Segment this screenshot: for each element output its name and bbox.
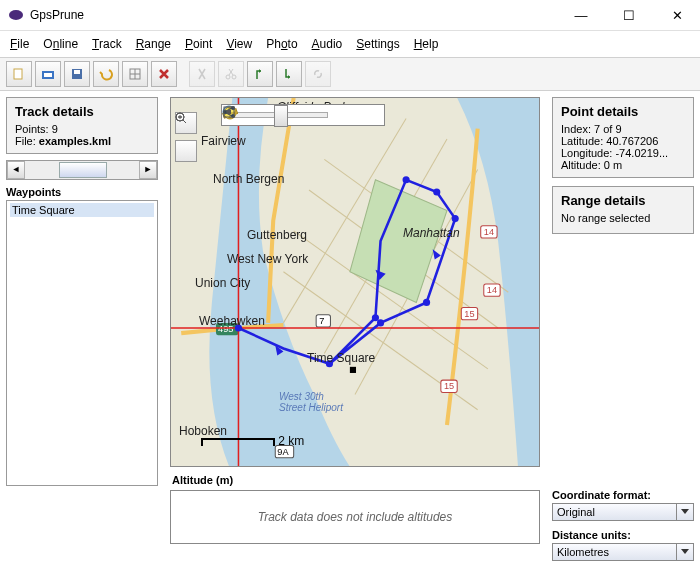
waypoints-title: Waypoints: [6, 186, 158, 198]
minimize-button[interactable]: —: [566, 8, 596, 23]
menu-point[interactable]: Point: [185, 37, 212, 51]
main-toolbar: [0, 57, 700, 91]
svg-text:7: 7: [319, 316, 324, 326]
points-value: 9: [52, 123, 58, 135]
altitude-title: Altitude (m): [172, 474, 540, 486]
titlebar: GpsPrune — ☐ ✕: [0, 0, 700, 31]
range-details-title: Range details: [561, 193, 685, 208]
range-message: No range selected: [561, 212, 685, 224]
zoom-out-button[interactable]: [175, 140, 197, 162]
track-details-panel: Track details Points: 9 File: examples.k…: [6, 97, 158, 154]
svg-rect-46: [350, 367, 356, 373]
label-fairview: Fairview: [201, 134, 246, 148]
index-value: 7 of 9: [594, 123, 622, 135]
svg-marker-64: [681, 509, 689, 514]
chevron-down-icon[interactable]: [676, 544, 693, 560]
map-toolbar: [221, 104, 385, 126]
app-icon: [8, 7, 24, 23]
svg-point-9: [226, 75, 230, 79]
label-manhattan: Manhattan: [403, 226, 460, 240]
right-sidebar: Point details Index: 7 of 9 Latitude: 40…: [546, 91, 700, 567]
new-button[interactable]: [6, 61, 32, 87]
distance-units-select[interactable]: Kilometres: [552, 543, 694, 561]
delete-button[interactable]: [151, 61, 177, 87]
waypoints-list[interactable]: Time Square: [6, 200, 158, 486]
coord-format-select[interactable]: Original: [552, 503, 694, 521]
svg-rect-3: [44, 73, 52, 77]
close-button[interactable]: ✕: [662, 8, 692, 23]
svg-point-40: [377, 319, 384, 326]
coord-format-value: Original: [553, 504, 676, 520]
lat-label: Latitude:: [561, 135, 603, 147]
alt-label: Altitude:: [561, 159, 601, 171]
distance-units-value: Kilometres: [553, 544, 676, 560]
svg-rect-5: [74, 70, 80, 74]
menu-file[interactable]: File: [10, 37, 29, 51]
undo-button[interactable]: [93, 61, 119, 87]
window-title: GpsPrune: [30, 8, 566, 22]
scroll-right-icon[interactable]: ►: [139, 161, 157, 179]
file-label: File:: [15, 135, 36, 147]
move-up-button[interactable]: [247, 61, 273, 87]
menu-view[interactable]: View: [226, 37, 252, 51]
track-details-title: Track details: [15, 104, 149, 119]
menu-range[interactable]: Range: [136, 37, 171, 51]
svg-point-10: [232, 75, 236, 79]
label-timesquare: Time Square: [307, 351, 375, 365]
label-northbergen: North Bergen: [213, 172, 284, 186]
svg-rect-63: [227, 110, 231, 114]
center-panel: 7 9A 495 14 14 15 15: [164, 91, 546, 567]
waypoint-item[interactable]: Time Square: [10, 203, 154, 217]
menu-photo[interactable]: Photo: [266, 37, 297, 51]
menu-help[interactable]: Help: [414, 37, 439, 51]
svg-point-44: [403, 176, 410, 183]
label-guttenberg: Guttenberg: [247, 228, 307, 242]
svg-text:9A: 9A: [277, 447, 289, 457]
coord-format-label: Coordinate format:: [552, 489, 694, 501]
scroll-left-icon[interactable]: ◄: [7, 161, 25, 179]
menu-audio[interactable]: Audio: [312, 37, 343, 51]
index-label: Index:: [561, 123, 591, 135]
opacity-slider[interactable]: [228, 107, 328, 123]
lon-value: -74.0219...: [615, 147, 668, 159]
label-westny: West New York: [227, 252, 308, 266]
svg-text:15: 15: [464, 309, 474, 319]
menubar: File Online Track Range Point View Photo…: [0, 31, 700, 57]
map-canvas[interactable]: 7 9A 495 14 14 15 15: [170, 97, 540, 467]
lat-value: 40.767206: [606, 135, 658, 147]
chevron-down-icon[interactable]: [676, 504, 693, 520]
label-weehawken: Weehawken: [199, 314, 265, 328]
link-button: [305, 61, 331, 87]
range-details-panel: Range details No range selected: [552, 186, 694, 234]
svg-point-45: [372, 314, 379, 321]
split-button: [218, 61, 244, 87]
distance-units-control: Distance units: Kilometres: [552, 529, 694, 561]
svg-point-43: [433, 188, 440, 195]
svg-point-41: [423, 299, 430, 306]
point-details-panel: Point details Index: 7 of 9 Latitude: 40…: [552, 97, 694, 178]
point-details-title: Point details: [561, 104, 685, 119]
menu-online[interactable]: Online: [43, 37, 78, 51]
menu-track[interactable]: Track: [92, 37, 122, 51]
coord-format-control: Coordinate format: Original: [552, 489, 694, 521]
scale-bar: 2 km: [201, 434, 304, 448]
scale-label: 2 km: [278, 434, 304, 448]
track-scrollbar[interactable]: ◄ ►: [6, 160, 158, 180]
save-button[interactable]: [64, 61, 90, 87]
file-value: examples.kml: [39, 135, 111, 147]
waypoints-panel: Waypoints Time Square: [6, 186, 158, 486]
altitude-panel: Altitude (m) Track data does not include…: [170, 472, 540, 544]
grid-button[interactable]: [122, 61, 148, 87]
label-heliport: West 30th Street Heliport: [279, 391, 343, 413]
maximize-button[interactable]: ☐: [614, 8, 644, 23]
label-unioncity: Union City: [195, 276, 250, 290]
move-down-button[interactable]: [276, 61, 302, 87]
lon-label: Longitude:: [561, 147, 612, 159]
open-button[interactable]: [35, 61, 61, 87]
svg-marker-65: [681, 549, 689, 554]
altitude-message: Track data does not include altitudes: [170, 490, 540, 544]
menu-settings[interactable]: Settings: [356, 37, 399, 51]
svg-point-42: [452, 215, 459, 222]
svg-point-0: [9, 10, 23, 20]
scroll-thumb[interactable]: [59, 162, 107, 178]
